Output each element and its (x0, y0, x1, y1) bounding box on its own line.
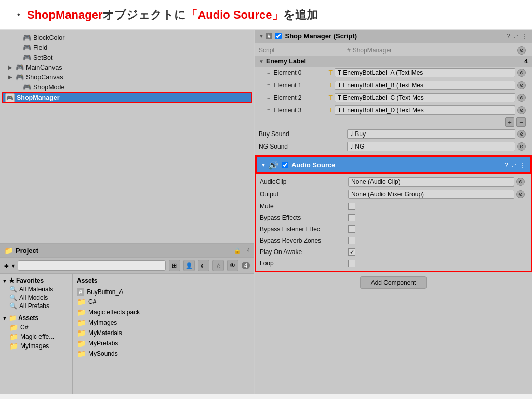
inspector-panel: ▼ # Shop Manager (Script) ? ⇌ ⋮ Script #… (255, 30, 532, 394)
element-label: Element 2 (273, 94, 325, 101)
mute-label: Mute (260, 203, 348, 210)
bypass-listener-row: Bypass Listener Effec (256, 223, 531, 235)
mute-value (348, 203, 525, 210)
expand-arrow-icon: ▼ (261, 162, 266, 168)
dropdown-arrow[interactable]: ▾ (12, 263, 15, 269)
play-on-awake-checkbox[interactable]: ✓ (348, 248, 355, 256)
drag-handle-icon: = (267, 107, 270, 113)
play-on-awake-value: ✓ (348, 248, 525, 256)
loop-checkbox[interactable] (348, 260, 355, 267)
more-icon[interactable]: ⋮ (522, 33, 528, 40)
tree-item-shopmanager[interactable]: 🎮 ShopManager (2, 92, 252, 103)
tree-item-setbot[interactable]: 🎮 SetBot (0, 52, 254, 62)
tree-item-shopcanvas[interactable]: ▶ 🎮 ShopCanvas (0, 72, 254, 82)
circle-target-btn[interactable]: ⊙ (517, 46, 526, 55)
asset-label: MyPrefabs (88, 340, 118, 347)
sidebar-item-all-models[interactable]: 🔍 All Models (2, 294, 70, 302)
circle-target-btn[interactable]: ⊙ (516, 190, 525, 198)
tree-item-field[interactable]: 🎮 Field (0, 43, 254, 52)
assets-sidebar-section: ▼ 📁 Assets 📁 C# 📁 Magic effe... (2, 314, 70, 351)
ng-sound-label: NG Sound (259, 143, 347, 150)
tree-item-maincanvas[interactable]: ▶ 🎮 MainCanvas (0, 62, 254, 72)
project-pane: 📁 Project 🔒 | 4 + ▾ ⊞ 👤 🏷 ☆ 👁 4 (0, 244, 254, 394)
assets-main-panel: Assets # BuyButton_A 📁 C# 📁 Magic effect… (73, 274, 254, 394)
sidebar-item-magic[interactable]: 📁 Magic effe... (2, 332, 70, 341)
element-value: T T EnemyBotLabel_B (Text Mes ⊙ (328, 81, 526, 90)
circle-target-btn[interactable]: ⊙ (517, 106, 526, 114)
ng-sound-row: NG Sound ♩ NG ⊙ (255, 140, 532, 153)
circle-target-btn[interactable]: ⊙ (517, 69, 526, 77)
add-element-btn[interactable]: + (505, 117, 514, 127)
favorites-section: ▼ ★ Favorites 🔍 All Materials 🔍 All Mode… (2, 277, 70, 310)
sidebar-item-myimages[interactable]: 📁 MyImages (2, 341, 70, 351)
bypass-listener-checkbox[interactable] (348, 225, 355, 233)
bypass-reverb-checkbox[interactable] (348, 237, 355, 244)
bypass-effects-value (348, 214, 525, 221)
favorites-label: Favorites (16, 277, 44, 284)
asset-item-csharp[interactable]: 📁 C# (77, 297, 250, 307)
item-label: C# (20, 324, 28, 331)
mute-checkbox[interactable] (348, 203, 355, 210)
circle-target-btn[interactable]: ⊙ (517, 130, 526, 138)
speaker-icon: 🔊 (268, 160, 278, 170)
project-search-input[interactable] (18, 260, 166, 271)
more-icon[interactable]: ⋮ (520, 162, 526, 169)
settings-icon[interactable]: ⇌ (513, 33, 518, 40)
bypass-effects-checkbox[interactable] (348, 214, 355, 221)
shop-manager-header[interactable]: ▼ # Shop Manager (Script) ? ⇌ ⋮ (255, 30, 532, 43)
script-value: # ShopManager ⊙ (347, 46, 526, 55)
element-row-0: = Element 0 T T EnemyBotLabel_A (Text Me… (255, 66, 532, 79)
grid-view-btn[interactable]: ⊞ (169, 260, 180, 271)
component-title: Shop Manager (Script) (285, 32, 504, 40)
search-icon: 🔍 (9, 302, 17, 310)
person-btn[interactable]: 👤 (183, 260, 195, 271)
help-icon[interactable]: ? (504, 162, 508, 169)
add-remove-row: + − (255, 116, 532, 128)
assets-sidebar-title: ▼ 📁 Assets (2, 314, 70, 322)
drag-handle-icon: = (267, 70, 270, 76)
settings-icon[interactable]: ⇌ (511, 162, 516, 169)
favorites-title: ▼ ★ Favorites (2, 277, 70, 284)
circle-target-btn[interactable]: ⊙ (517, 94, 526, 102)
project-header: 📁 Project 🔒 | 4 (0, 244, 254, 258)
asset-item-mymaterials[interactable]: 📁 MyMaterials (77, 328, 250, 338)
circle-target-btn[interactable]: ⊙ (516, 178, 525, 186)
output-row: Output None (Audio Mixer Group) ⊙ (256, 188, 531, 201)
add-component-row: Add Component (255, 272, 532, 293)
eye-btn[interactable]: 👁 (227, 260, 238, 271)
drag-handle-icon: = (267, 95, 270, 101)
enemy-label-header[interactable]: ▼ Enemy Label 4 (255, 56, 532, 66)
help-icon[interactable]: ? (507, 33, 510, 40)
badge-count: 4 (247, 247, 250, 254)
asset-item-magic[interactable]: 📁 Magic effects pack (77, 307, 250, 317)
tree-item-shopmode[interactable]: 🎮 ShopMode (0, 82, 254, 92)
lock-icon[interactable]: 🔒 (234, 247, 241, 254)
gameobject-icon: 🎮 (16, 73, 24, 81)
tree-label: MainCanvas (26, 64, 62, 71)
audio-source-header[interactable]: ▼ 🔊 Audio Source ? ⇌ ⋮ (256, 156, 531, 174)
asset-item-mysounds[interactable]: 📁 MySounds (77, 349, 250, 359)
hierarchy-pane: 🎮 BlockColor 🎮 Field 🎮 SetBot ▶ 🎮 MainCa… (0, 30, 254, 244)
loop-value (348, 260, 525, 267)
audio-source-enable-check[interactable] (282, 162, 288, 168)
sidebar-item-all-materials[interactable]: 🔍 All Materials (2, 285, 70, 294)
element-label: Element 0 (273, 69, 325, 76)
circle-target-btn[interactable]: ⊙ (517, 81, 526, 89)
asset-item-myimages[interactable]: 📁 MyImages (77, 317, 250, 328)
component-enable-check[interactable] (275, 33, 282, 39)
tree-item-blockcolor[interactable]: 🎮 BlockColor (0, 33, 254, 43)
remove-element-btn[interactable]: − (516, 117, 526, 127)
asset-item-buybutton[interactable]: # BuyButton_A (77, 287, 250, 297)
folder-icon: 📁 (77, 298, 86, 306)
hash-icon: # (347, 47, 351, 54)
add-component-button[interactable]: Add Component (360, 276, 427, 289)
tag-btn[interactable]: 🏷 (198, 260, 209, 271)
sidebar-item-all-prefabs[interactable]: 🔍 All Prefabs (2, 302, 70, 310)
add-icon[interactable]: + (4, 261, 9, 270)
sidebar-item-csharp[interactable]: 📁 C# (2, 323, 70, 332)
star-btn[interactable]: ☆ (212, 260, 224, 271)
circle-target-btn[interactable]: ⊙ (517, 142, 526, 151)
script-label: Script (259, 47, 347, 54)
hash-icon: # (266, 33, 272, 39)
asset-item-myprefabs[interactable]: 📁 MyPrefabs (77, 338, 250, 349)
